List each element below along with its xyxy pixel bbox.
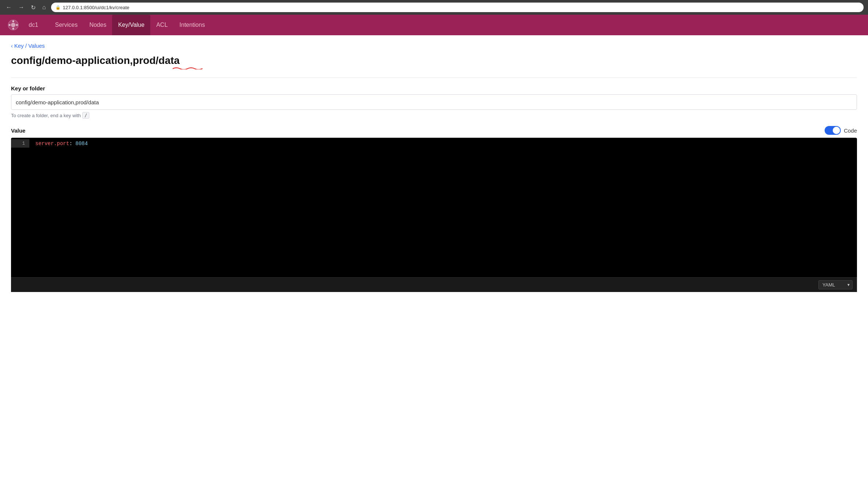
language-selector-wrapper: YAML JSON Plain Text ▼ [818,280,853,289]
nav-bar: dc1 Services Nodes Key/Value ACL Intenti… [0,15,868,35]
main-content: ‹ Key / Values config/demo-application,p… [0,35,868,299]
key-label: Key or folder [11,85,857,91]
page-title: config/demo-application,prod/data [11,55,180,66]
code-value: 8084 [75,141,88,147]
nav-acl[interactable]: ACL [150,15,173,35]
breadcrumb-chevron: ‹ [11,43,13,49]
svg-point-4 [9,24,11,26]
value-section: Value Code 1 server.port: 8084 YAM [11,126,857,292]
forward-button[interactable]: → [17,3,26,12]
language-select[interactable]: YAML JSON Plain Text [818,280,853,289]
hint-text: To create a folder, end a key with [11,113,81,118]
value-label: Value [11,127,25,134]
code-editor[interactable]: 1 server.port: 8084 [11,138,857,277]
squiggle-underline [173,66,204,69]
input-hint: To create a folder, end a key with / [11,112,857,119]
value-header: Value Code [11,126,857,135]
hint-code: / [82,112,89,119]
title-divider [11,78,857,78]
breadcrumb: ‹ Key / Values [11,43,857,49]
title-highlight: prod [133,55,155,66]
svg-point-1 [11,23,15,27]
code-editor-spacer [11,149,857,277]
refresh-button[interactable]: ↻ [29,3,37,12]
code-line-1: 1 server.port: 8084 [11,138,857,149]
title-prefix: config/demo-application, [11,55,133,66]
consul-logo [7,19,19,31]
code-colon: : [69,141,75,147]
home-button[interactable]: ⌂ [41,3,47,12]
lock-icon: 🔒 [55,5,61,10]
nav-nodes[interactable]: Nodes [83,15,112,35]
nav-services[interactable]: Services [49,15,83,35]
browser-chrome: ← → ↻ ⌂ 🔒 127.0.0.1:8500/ui/dc1/kv/creat… [0,0,868,15]
nav-intentions[interactable]: Intentions [173,15,211,35]
code-toggle[interactable]: Code [825,126,857,135]
nav-dc-label[interactable]: dc1 [25,22,42,28]
svg-point-2 [12,21,14,22]
back-button[interactable]: ← [4,3,13,12]
code-toggle-switch[interactable] [825,126,841,135]
key-field-section: Key or folder To create a folder, end a … [11,85,857,119]
svg-point-3 [12,28,14,30]
title-suffix: /data [156,55,180,66]
line-number-1: 1 [11,139,29,148]
url-text: 127.0.0.1:8500/ui/dc1/kv/create [63,5,129,10]
key-input[interactable] [11,94,857,110]
code-key: server.port [35,141,69,147]
toggle-knob [833,127,840,134]
svg-point-5 [16,24,18,26]
code-content-1: server.port: 8084 [29,139,88,148]
breadcrumb-link[interactable]: Key / Values [14,43,45,49]
editor-bottom: YAML JSON Plain Text ▼ [11,277,857,292]
code-label: Code [844,127,857,134]
nav-keyvalue[interactable]: Key/Value [112,15,150,35]
address-bar[interactable]: 🔒 127.0.0.1:8500/ui/dc1/kv/create [51,3,864,12]
